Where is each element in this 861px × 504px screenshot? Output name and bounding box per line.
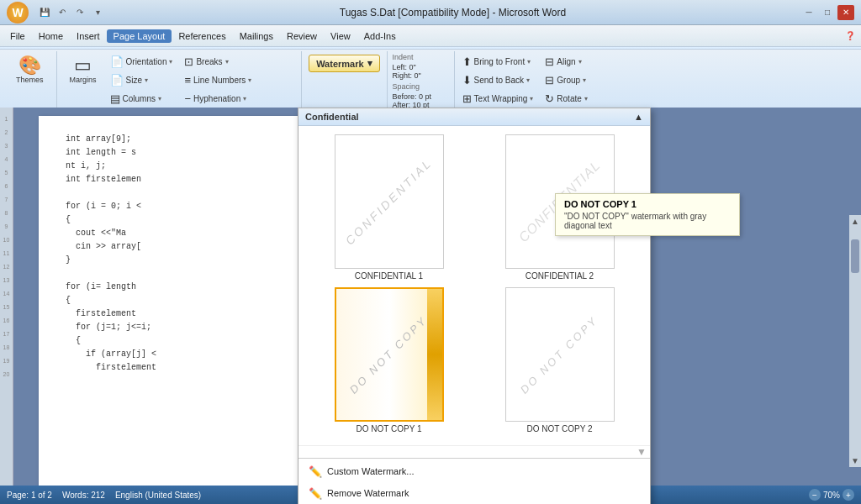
tooltip-description: "DO NOT COPY" watermark with gray diagon… <box>564 212 731 230</box>
scroll-up-arrow[interactable]: ▲ <box>849 215 861 228</box>
watermark-button[interactable]: Watermark ▾ <box>309 55 379 72</box>
scroll-thumb[interactable] <box>851 239 859 273</box>
align-label: Align <box>557 57 575 66</box>
ruler-mark: 11 <box>0 246 13 260</box>
group-button[interactable]: ⊟ Group ▾ <box>541 71 591 89</box>
page-info: Page: 1 of 2 <box>7 491 52 500</box>
status-left: Page: 1 of 2 Words: 212 English (United … <box>7 491 201 500</box>
save-qa-button[interactable]: 💾 <box>37 5 52 20</box>
send-to-back-button[interactable]: ⬇ Send to Back ▾ <box>458 71 538 89</box>
zoom-out-button[interactable]: − <box>809 489 821 501</box>
ruler-mark: 6 <box>0 179 13 192</box>
align-button[interactable]: ⊟ Align ▾ <box>541 53 591 71</box>
minimize-button[interactable]: ─ <box>800 5 817 20</box>
title-bar-left: W 💾 ↶ ↷ ▾ <box>7 2 105 24</box>
hyphenation-label: Hyphenation <box>193 94 240 103</box>
menu-file[interactable]: File <box>3 29 32 43</box>
watermark-preview-confidential1[interactable]: CONFIDENTIAL <box>335 134 444 269</box>
undo-qa-button[interactable]: ↶ <box>55 5 70 20</box>
size-arrow: ▾ <box>145 76 148 84</box>
dropdown-scroll-area[interactable]: CONFIDENTIAL CONFIDENTIAL 1 CONFIDENTIAL… <box>298 126 650 445</box>
ruler-mark: 13 <box>0 273 13 286</box>
qa-dropdown[interactable]: ▾ <box>90 5 105 20</box>
zoom-level: 70% <box>823 491 840 500</box>
redo-qa-button[interactable]: ↷ <box>72 5 87 20</box>
bring-front-label: Bring to Front <box>474 57 526 66</box>
ruler-marks: 1 2 3 4 5 6 7 8 9 10 11 12 13 14 15 16 1… <box>0 108 13 381</box>
watermark-preview-donotcopy1[interactable]: DO NOT COPY <box>335 287 444 422</box>
tooltip-title: DO NOT COPY 1 <box>564 199 731 209</box>
scrollbar[interactable]: ▲ ▼ <box>849 215 861 467</box>
menu-view[interactable]: View <box>324 29 357 43</box>
watermark-item-confidential1[interactable]: CONFIDENTIAL CONFIDENTIAL 1 <box>307 134 471 281</box>
size-icon: 📄 <box>110 74 124 87</box>
text-wrapping-button[interactable]: ⊞ Text Wrapping ▾ <box>458 90 538 108</box>
bring-to-front-button[interactable]: ⬆ Bring to Front ▾ <box>458 53 538 71</box>
window-title: Tugas S.Dat [Compatibility Mode] - Micro… <box>105 7 800 18</box>
dropdown-header: Confidential ▲ <box>298 108 650 126</box>
themes-button[interactable]: 🎨 Themes <box>10 53 50 87</box>
group-icon: ⊟ <box>545 74 554 87</box>
text-wrapping-icon: ⊞ <box>462 92 472 105</box>
ruler-mark: 12 <box>0 260 13 273</box>
watermark-preview-donotcopy2[interactable]: DO NOT COPY <box>505 287 615 422</box>
line-numbers-button[interactable]: ≡ Line Numbers ▾ <box>180 71 256 89</box>
rotate-arrow: ▾ <box>584 95 588 102</box>
zoom-control[interactable]: − 70% + <box>809 489 854 501</box>
watermark-arrow: ▾ <box>367 58 372 69</box>
zoom-in-button[interactable]: + <box>843 489 854 501</box>
gold-bar <box>427 289 442 420</box>
donotcopy1-text: DO NOT COPY <box>347 313 430 396</box>
menu-home[interactable]: Home <box>32 29 70 43</box>
size-button[interactable]: 📄 Size ▾ <box>106 71 177 89</box>
breaks-button[interactable]: ⊡ Breaks ▾ <box>180 53 256 71</box>
ruler-mark: 2 <box>0 125 13 139</box>
menu-addins[interactable]: Add-Ins <box>357 29 403 43</box>
ruler-mark: 20 <box>0 367 13 381</box>
watermark-label: Watermark <box>316 59 363 69</box>
bring-front-arrow: ▾ <box>527 58 531 66</box>
custom-watermark-label: Custom Watermark... <box>327 466 415 476</box>
ruler-mark: 3 <box>0 139 13 152</box>
page-setup-col2: ⊡ Breaks ▾ ≡ Line Numbers ▾ − Hyphenatio… <box>180 53 256 108</box>
office-button[interactable]: W <box>7 2 29 24</box>
ruler-mark: 9 <box>0 219 13 233</box>
donotcopy1-label: DO NOT COPY 1 <box>357 424 422 433</box>
themes-icon: 🎨 <box>18 56 41 75</box>
text-wrapping-label: Text Wrapping <box>474 94 528 103</box>
scroll-down-arrow[interactable]: ▼ <box>849 454 861 467</box>
menu-page-layout[interactable]: Page Layout <box>107 29 172 43</box>
ruler-mark: 10 <box>0 233 13 246</box>
remove-watermark-icon: ✏️ <box>309 486 322 500</box>
menu-mailings[interactable]: Mailings <box>233 29 280 43</box>
close-button[interactable]: ✕ <box>837 5 854 20</box>
margins-button[interactable]: ▭ Margins <box>64 53 103 87</box>
custom-watermark-action[interactable]: ✏️ Custom Watermark... <box>298 460 650 482</box>
group-label: Group <box>557 76 580 85</box>
rotate-button[interactable]: ↻ Rotate ▾ <box>541 90 591 108</box>
columns-button[interactable]: ▤ Columns ▾ <box>106 90 177 108</box>
ruler-mark: 15 <box>0 300 13 313</box>
margins-icon: ▭ <box>74 56 92 75</box>
dropdown-scroll-arrow: ▲ <box>634 112 643 122</box>
page-setup-col: 📄 Orientation ▾ 📄 Size ▾ ▤ Columns ▾ <box>106 53 177 108</box>
remove-watermark-action[interactable]: ✏️ Remove Watermark <box>298 482 650 504</box>
scroll-down-indicator[interactable]: ▼ <box>637 446 647 458</box>
hyphenation-button[interactable]: − Hyphenation ▾ <box>180 90 256 108</box>
hyphenation-arrow: ▾ <box>243 95 246 102</box>
watermark-item-donotcopy2[interactable]: DO NOT COPY DO NOT COPY 2 <box>478 287 642 433</box>
help-icon[interactable]: ❓ <box>843 29 858 44</box>
ruler-mark: 1 <box>0 112 13 125</box>
menu-review[interactable]: Review <box>280 29 324 43</box>
menu-references[interactable]: References <box>172 29 232 43</box>
left-ruler: 1 2 3 4 5 6 7 8 9 10 11 12 13 14 15 16 1… <box>0 108 13 486</box>
line-numbers-icon: ≡ <box>184 74 191 87</box>
watermark-item-donotcopy1[interactable]: DO NOT COPY DO NOT COPY 1 <box>307 287 471 433</box>
ruler-mark: 16 <box>0 313 13 327</box>
orientation-button[interactable]: 📄 Orientation ▾ <box>106 53 177 71</box>
maximize-button[interactable]: □ <box>819 5 836 20</box>
ruler-mark: 4 <box>0 152 13 165</box>
arrange-col2: ⊟ Align ▾ ⊟ Group ▾ ↻ Rotate ▾ <box>541 53 591 108</box>
orientation-arrow: ▾ <box>169 58 172 66</box>
menu-insert[interactable]: Insert <box>70 29 107 43</box>
